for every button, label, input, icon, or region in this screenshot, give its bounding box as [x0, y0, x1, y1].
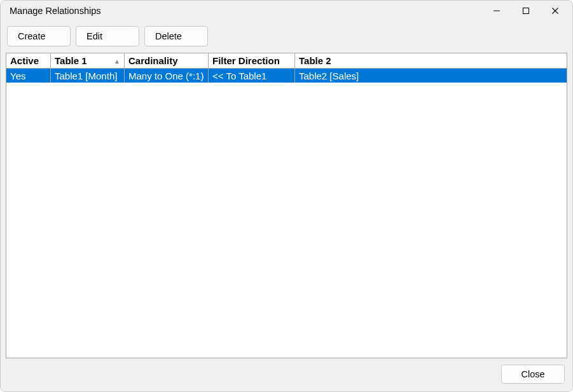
create-button[interactable]: Create	[7, 26, 71, 46]
col-header-table2[interactable]: Table 2	[295, 53, 567, 68]
maximize-button[interactable]	[511, 1, 541, 20]
svg-rect-1	[523, 8, 529, 14]
maximize-icon	[522, 7, 530, 15]
cell-active: Yes	[6, 69, 51, 83]
col-header-table1[interactable]: Table 1 ▲	[51, 53, 125, 68]
minimize-icon	[493, 7, 501, 15]
col-header-label: Table 2	[299, 55, 331, 66]
window-controls	[482, 1, 570, 20]
col-header-label: Cardinality	[128, 55, 178, 66]
cell-cardinality: Many to One (*:1)	[125, 69, 209, 83]
footer: Close	[1, 358, 572, 391]
close-button[interactable]: Close	[501, 365, 565, 384]
grid-body: Yes Table1 [Month] Many to One (*:1) << …	[6, 69, 567, 358]
table-row[interactable]: Yes Table1 [Month] Many to One (*:1) << …	[6, 69, 567, 83]
grid-header-row: Active Table 1 ▲ Cardinality Filter Dire…	[6, 53, 567, 69]
cell-table1: Table1 [Month]	[51, 69, 125, 83]
titlebar: Manage Relationships	[1, 1, 572, 21]
edit-button[interactable]: Edit	[76, 26, 139, 46]
sort-asc-icon: ▲	[114, 57, 120, 64]
relationships-grid: Active Table 1 ▲ Cardinality Filter Dire…	[6, 53, 567, 358]
col-header-label: Table 1	[55, 55, 87, 66]
cell-filter-direction: << To Table1	[209, 69, 295, 83]
col-header-cardinality[interactable]: Cardinality	[125, 53, 209, 68]
close-window-button[interactable]	[541, 1, 570, 20]
manage-relationships-window: Manage Relationships Create Ed	[0, 0, 573, 392]
window-title: Manage Relationships	[10, 6, 100, 16]
close-icon	[551, 7, 559, 15]
minimize-button[interactable]	[482, 1, 511, 20]
cell-table2: Table2 [Sales]	[295, 69, 567, 83]
col-header-active[interactable]: Active	[6, 53, 51, 68]
delete-button[interactable]: Delete	[144, 26, 208, 46]
col-header-label: Active	[10, 55, 39, 66]
toolbar: Create Edit Delete	[1, 21, 572, 53]
col-header-filter-direction[interactable]: Filter Direction	[209, 53, 295, 68]
col-header-label: Filter Direction	[212, 55, 280, 66]
